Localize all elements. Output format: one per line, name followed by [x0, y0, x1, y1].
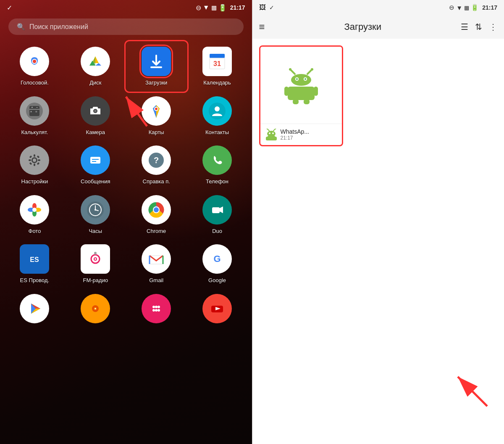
- es-label: ES Провод.: [20, 277, 50, 284]
- svg-point-63: [154, 207, 159, 212]
- app-item-photos[interactable]: Фото: [4, 190, 65, 240]
- svg-point-93: [155, 309, 158, 312]
- status-right-left-icons: 🖼 ✓: [259, 4, 274, 11]
- svg-text:−: −: [36, 106, 38, 109]
- file-name: WhatsAp...: [281, 128, 309, 135]
- arrow-annotation-right: [441, 356, 496, 410]
- svg-point-87: [95, 308, 96, 309]
- app-item-gmail[interactable]: Gmail: [126, 239, 187, 289]
- battery-icon-right: 🔋: [471, 4, 479, 11]
- app-item-apps2[interactable]: [126, 289, 187, 332]
- svg-rect-35: [29, 159, 31, 161]
- svg-text:=: =: [35, 110, 37, 114]
- svg-point-27: [155, 108, 158, 110]
- search-placeholder: Поиск приложений: [29, 23, 88, 31]
- gmail-icon: [142, 244, 171, 274]
- photos-label: Фото: [29, 228, 41, 235]
- check-icon: ✓: [7, 4, 12, 12]
- dnd-icon: ⊖: [196, 4, 201, 12]
- file-info: WhatsAp... 21:17: [281, 128, 309, 141]
- app-item-downloads[interactable]: Загрузки: [126, 42, 187, 91]
- svg-point-92: [152, 309, 155, 312]
- app-item-chrome[interactable]: Chrome: [126, 190, 187, 240]
- list-view-icon[interactable]: ☰: [461, 22, 468, 32]
- status-time-left: 21:17: [230, 4, 245, 11]
- svg-text:×: ×: [30, 110, 32, 113]
- search-bar[interactable]: 🔍 Поиск приложений: [8, 18, 244, 35]
- app-item-youtube[interactable]: [187, 289, 248, 332]
- app-item-calculator[interactable]: + − × = Калькулят.: [4, 91, 65, 141]
- messages-icon: [81, 145, 110, 175]
- more-options-icon[interactable]: ⋮: [489, 22, 497, 32]
- filter-icon[interactable]: ⇅: [475, 22, 482, 32]
- svg-text:G: G: [214, 254, 221, 264]
- svg-point-72: [94, 252, 97, 254]
- status-right-icons: ⊖ ▼ ▩ 🔋 21:17: [196, 4, 245, 12]
- camera-icon: [81, 96, 110, 126]
- svg-text:31: 31: [213, 60, 221, 67]
- app-item-contacts[interactable]: Контакты: [187, 91, 248, 141]
- svg-point-32: [33, 159, 36, 162]
- settings-label: Настройки: [21, 178, 48, 185]
- svg-rect-65: [212, 207, 220, 213]
- svg-rect-42: [90, 157, 100, 164]
- app-item-voice[interactable]: Голосовой.: [4, 42, 65, 91]
- app-item-music[interactable]: [65, 289, 126, 332]
- downloads-icon: [142, 47, 171, 76]
- svg-point-107: [304, 78, 306, 80]
- svg-rect-117: [267, 131, 276, 137]
- downloads-label: Загрузки: [145, 79, 167, 86]
- contacts-icon: [202, 96, 232, 126]
- app-item-play[interactable]: [4, 289, 65, 332]
- svg-rect-120: [266, 137, 277, 140]
- drive-label: Диск: [89, 79, 101, 86]
- google-icon: G: [202, 244, 232, 274]
- wifi-icon-right: ▼: [456, 4, 462, 11]
- svg-rect-109: [284, 87, 289, 96]
- file-time: 21:17: [281, 135, 309, 141]
- download-card[interactable]: WhatsAp... 21:17: [259, 45, 343, 146]
- app-item-es[interactable]: ES ES Провод.: [4, 239, 65, 289]
- calendar-label: Календарь: [203, 79, 231, 86]
- voice-icon: [20, 47, 49, 76]
- app-item-drive[interactable]: Диск: [65, 42, 126, 91]
- svg-line-101: [307, 70, 312, 74]
- dnd-icon-right: ⊖: [449, 4, 454, 11]
- clock-icon: [81, 195, 110, 225]
- top-bar-actions: ☰ ⇅ ⋮: [461, 22, 497, 32]
- app-item-clock[interactable]: Часы: [65, 190, 126, 240]
- app-item-fm[interactable]: FM-радио: [65, 239, 126, 289]
- app-item-maps[interactable]: Карты: [126, 91, 187, 141]
- svg-point-24: [94, 110, 97, 112]
- settings-icon: [20, 145, 49, 175]
- downloads-content: WhatsAp... 21:17: [252, 39, 504, 444]
- left-panel: ✓ ⊖ ▼ ▩ 🔋 21:17 🔍 Поиск приложений: [0, 0, 252, 444]
- maps-label: Карты: [149, 129, 164, 136]
- apps2-icon: [142, 294, 171, 323]
- svg-point-48: [209, 152, 226, 169]
- photos-icon: [20, 195, 49, 225]
- svg-text:+: +: [31, 106, 33, 109]
- app-item-messages[interactable]: Сообщения: [65, 140, 126, 190]
- svg-rect-36: [38, 159, 40, 161]
- menu-icon[interactable]: ≡: [259, 21, 265, 33]
- top-bar-right: ≡ Загрузки ☰ ⇅ ⋮: [252, 15, 504, 39]
- download-card-footer: WhatsAp... 21:17: [260, 124, 342, 145]
- app-item-duo[interactable]: Duo: [187, 190, 248, 240]
- gmail-label: Gmail: [149, 277, 163, 284]
- svg-rect-110: [314, 87, 318, 96]
- page-title: Загрузки: [344, 21, 381, 32]
- svg-rect-103: [291, 74, 311, 86]
- right-panel: 🖼 ✓ ⊖ ▼ ▩ 🔋 21:17 ≡ Загрузки ☰ ⇅ ⋮: [252, 0, 504, 444]
- status-left-icons: ✓: [7, 4, 12, 12]
- svg-line-113: [268, 129, 269, 131]
- app-item-help[interactable]: ? Справка п.: [126, 140, 187, 190]
- chrome-label: Chrome: [147, 228, 166, 235]
- app-grid: Голосовой. Диск: [0, 42, 252, 332]
- app-item-calendar[interactable]: 31 Календарь: [187, 42, 248, 91]
- app-item-phone[interactable]: Телефон: [187, 140, 248, 190]
- app-item-settings[interactable]: Настройки: [4, 140, 65, 190]
- app-item-camera[interactable]: Камера: [65, 91, 126, 141]
- app-item-google[interactable]: G Google: [187, 239, 248, 289]
- fm-icon: [81, 244, 110, 274]
